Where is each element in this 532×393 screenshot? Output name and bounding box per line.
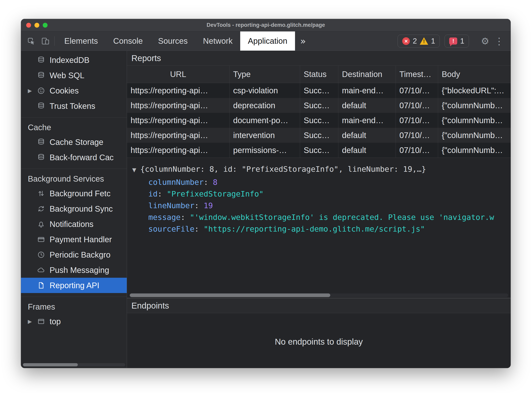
database-icon (37, 153, 46, 162)
endpoints-empty-message: No endpoints to display (275, 337, 363, 368)
report-row-document-policy[interactable]: https://reporting-api… document-po… Succ… (127, 113, 511, 128)
scrollbar-thumb[interactable] (23, 363, 78, 366)
settings-gear-icon[interactable]: ⚙ (478, 36, 492, 47)
sidebar-item-cookies[interactable]: ▶ Cookies (21, 83, 127, 98)
report-row-permissions-policy[interactable]: https://reporting-api… permissions-… Suc… (127, 143, 511, 157)
reporting-api-panel: Reports URL Type Status Destination Time… (127, 51, 511, 368)
report-row-intervention[interactable]: https://reporting-api… intervention Succ… (127, 128, 511, 143)
sidebar-item-top-frame[interactable]: ▶ top (21, 314, 127, 329)
sidebar-item-web-sql[interactable]: Web SQL (21, 68, 127, 83)
devtools-toolbar: Elements Console Sources Network Applica… (21, 31, 511, 51)
close-window-button[interactable] (26, 23, 31, 28)
object-property: sourceFile"https://reporting-api-demo.gl… (132, 223, 511, 235)
application-panel: IndexedDB Web SQL ▶ Cookies (21, 51, 511, 368)
sidebar-item-reporting-api[interactable]: Reporting API (21, 278, 127, 293)
object-property: columnNumber8 (132, 176, 511, 188)
endpoints-title: Endpoints (131, 301, 169, 311)
toolbar-right-cluster: × 2 ! 1 ! 1 ⚙ ⋮ (398, 31, 511, 51)
panel-tabs: Elements Console Sources Network Applica… (57, 31, 311, 51)
report-row-csp-violation[interactable]: https://reporting-api… csp-violation Suc… (127, 83, 511, 98)
sidebar-item-trust-tokens[interactable]: Trust Tokens (21, 98, 127, 114)
object-property: message"'window.webkitStorageInfo' is de… (132, 211, 511, 223)
tab-application[interactable]: Application (240, 31, 295, 51)
clock-icon (37, 250, 46, 259)
sidebar-item-back-forward-cache[interactable]: Back-forward Cac (21, 150, 127, 165)
endpoints-empty-state: No endpoints to display (127, 313, 511, 368)
expand-caret-icon[interactable]: ▼ (132, 163, 140, 176)
database-icon (37, 56, 46, 64)
minimize-window-button[interactable] (34, 23, 39, 28)
warning-icon: ! (420, 37, 428, 45)
object-preview-text: {columnNumber: 8, id: "PrefixedStorageIn… (140, 165, 426, 173)
document-icon (37, 281, 46, 290)
titlebar: DevTools - reporting-api-demo.glitch.me/… (21, 19, 511, 31)
column-header-body[interactable]: Body (438, 66, 511, 83)
column-header-status[interactable]: Status (300, 66, 338, 83)
reports-pane-header: Reports (127, 51, 511, 66)
cloud-icon (37, 266, 46, 275)
inspect-element-icon[interactable] (24, 31, 38, 51)
issues-badge[interactable]: ! 1 (444, 35, 469, 48)
column-header-url[interactable]: URL (127, 66, 229, 83)
traffic-lights (26, 23, 48, 28)
column-header-destination[interactable]: Destination (338, 66, 396, 83)
report-row-deprecation[interactable]: https://reporting-api… deprecation Succ…… (127, 98, 511, 113)
section-header-frames: Frames (21, 300, 127, 314)
bell-icon (37, 220, 46, 229)
frame-icon (37, 317, 46, 326)
disclosure-triangle-icon[interactable]: ▶ (28, 319, 37, 324)
sidebar-item-notifications[interactable]: Notifications (21, 216, 127, 232)
sidebar-item-indexeddb[interactable]: IndexedDB (21, 52, 127, 68)
application-sidebar: IndexedDB Web SQL ▶ Cookies (21, 51, 127, 368)
sidebar-item-periodic-background-sync[interactable]: Periodic Backgro (21, 247, 127, 262)
credit-card-icon (37, 235, 46, 244)
scrollbar-thumb[interactable] (130, 293, 330, 297)
object-property: id"PrefixedStorageInfo" (132, 188, 511, 200)
sidebar-section-frames: Frames ▶ top (21, 297, 127, 329)
sidebar-horizontal-scrollbar[interactable] (23, 363, 125, 366)
reports-table-header: URL Type Status Destination Timest… Body (127, 66, 511, 83)
tab-elements[interactable]: Elements (57, 31, 106, 51)
issues-count: 1 (460, 37, 464, 45)
sidebar-item-cache-storage[interactable]: Cache Storage (21, 134, 127, 150)
sidebar-item-background-fetch[interactable]: Background Fetc (21, 186, 127, 201)
reports-horizontal-scrollbar[interactable] (127, 293, 511, 298)
devtools-window: DevTools - reporting-api-demo.glitch.me/… (21, 19, 511, 368)
reports-title: Reports (131, 54, 161, 63)
issues-icon: ! (449, 38, 457, 44)
tab-console[interactable]: Console (106, 31, 151, 51)
tab-network[interactable]: Network (195, 31, 240, 51)
up-down-arrows-icon (37, 189, 46, 198)
window-title: DevTools - reporting-api-demo.glitch.me/… (207, 22, 325, 28)
zoom-window-button[interactable] (43, 23, 48, 28)
sidebar-item-payment-handler[interactable]: Payment Handler (21, 232, 127, 247)
report-body-detail: ▼{columnNumber: 8, id: "PrefixedStorageI… (127, 157, 511, 293)
database-icon (37, 71, 46, 80)
error-count: 2 (413, 37, 417, 45)
sidebar-item-background-sync[interactable]: Background Sync (21, 201, 127, 216)
console-errors-warnings-badge[interactable]: × 2 ! 1 (398, 35, 440, 48)
sidebar-section-background-services: Background Services Background Fetc Back… (21, 169, 127, 293)
tab-sources[interactable]: Sources (151, 31, 195, 51)
database-icon (37, 138, 46, 147)
toolbar-separator (54, 36, 55, 46)
more-tabs-chevron-icon[interactable]: » (295, 31, 311, 51)
device-toolbar-icon[interactable] (38, 31, 52, 51)
error-icon: × (402, 37, 410, 45)
object-preview-line[interactable]: ▼{columnNumber: 8, id: "PrefixedStorageI… (132, 163, 511, 176)
section-header-cache: Cache (21, 120, 127, 134)
section-header-background-services: Background Services (21, 172, 127, 186)
warning-count: 1 (431, 37, 435, 45)
disclosure-triangle-icon[interactable]: ▶ (28, 88, 37, 94)
cookie-icon (37, 86, 46, 95)
sidebar-section-cache: Cache Cache Storage Back-forward Cac (21, 117, 127, 165)
column-header-type[interactable]: Type (229, 66, 300, 83)
sync-arrows-icon (37, 204, 46, 213)
endpoints-pane-header: Endpoints (127, 298, 511, 313)
sidebar-item-push-messaging[interactable]: Push Messaging (21, 262, 127, 278)
more-options-kebab-icon[interactable]: ⋮ (492, 35, 506, 47)
column-header-timestamp[interactable]: Timest… (396, 66, 438, 83)
database-icon (37, 102, 46, 110)
object-property: lineNumber19 (132, 200, 511, 211)
